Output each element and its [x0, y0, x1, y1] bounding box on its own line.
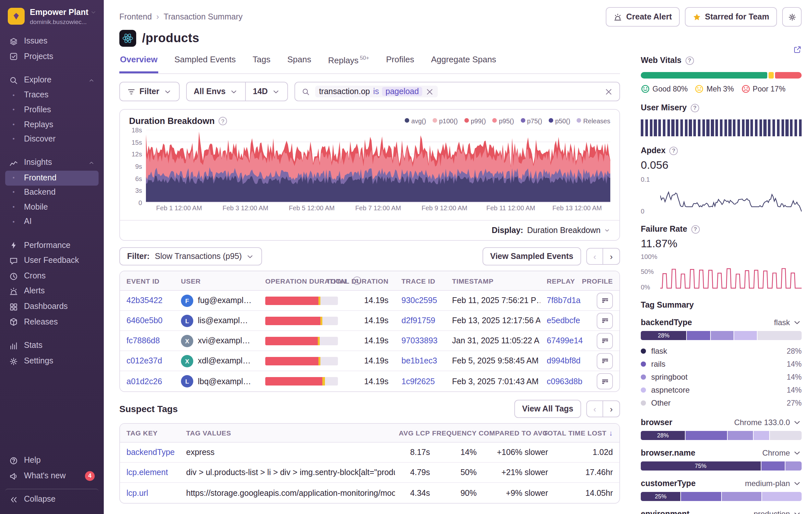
- tag-value-select[interactable]: Chrome 133.0.0: [734, 418, 802, 427]
- tag-bar-segment[interactable]: 28%: [641, 431, 685, 440]
- tag-bar-segment[interactable]: [710, 331, 733, 340]
- legend-releases[interactable]: Releases: [577, 117, 610, 125]
- tab-overview[interactable]: Overview: [119, 55, 158, 73]
- event-id-link[interactable]: a01d2c26: [126, 377, 162, 386]
- tag-bar-segment[interactable]: [770, 431, 802, 440]
- help-icon[interactable]: ?: [686, 56, 694, 64]
- legend-p75[interactable]: p75(): [520, 117, 542, 125]
- profile-button[interactable]: [597, 353, 613, 369]
- tag-bar-segment[interactable]: [754, 431, 770, 440]
- display-select[interactable]: Duration Breakdown: [527, 226, 610, 235]
- tag-value-select[interactable]: Chrome: [762, 449, 802, 458]
- tag-bar-segment[interactable]: [734, 331, 757, 340]
- legend-p95[interactable]: p95(): [492, 117, 514, 125]
- profile-button[interactable]: [597, 373, 613, 389]
- prev-page-button[interactable]: ‹: [586, 400, 603, 417]
- tag-row[interactable]: backendTypeexpress8.17s14%+106% slower1.…: [120, 442, 619, 463]
- tag-bar-segment[interactable]: [686, 431, 727, 440]
- tag-bar-segment[interactable]: [722, 492, 761, 501]
- event-id-link[interactable]: c012e37d: [126, 356, 162, 366]
- event-row[interactable]: 6460e5b0Llis@example.com14.19sd2f91759Fe…: [120, 311, 619, 331]
- sidebar-item-what-s-new[interactable]: What's new4: [5, 468, 98, 484]
- replay-link[interactable]: d994bf8d: [547, 356, 580, 366]
- search-input[interactable]: transaction.op is pageload: [294, 82, 620, 101]
- trace-id-link[interactable]: 97033893: [402, 336, 437, 345]
- clear-search-icon[interactable]: [605, 87, 613, 96]
- tab-replays[interactable]: Replays50+: [327, 55, 370, 73]
- tab-tags[interactable]: Tags: [252, 55, 271, 73]
- breadcrumb-frontend[interactable]: Frontend: [119, 12, 152, 21]
- tag-bar-segment[interactable]: 25%: [641, 492, 681, 501]
- filter-button[interactable]: Filter: [119, 82, 179, 101]
- tab-spans[interactable]: Spans: [287, 55, 312, 73]
- sidebar-item-discover[interactable]: •Discover: [5, 132, 98, 147]
- tag-key-link[interactable]: lcp.element: [126, 468, 168, 477]
- help-icon[interactable]: ?: [219, 117, 227, 125]
- tab-profiles[interactable]: Profiles: [385, 55, 415, 73]
- prev-page-button[interactable]: ‹: [586, 248, 603, 265]
- sidebar-item-explore[interactable]: Explore: [5, 73, 98, 88]
- chart-plot[interactable]: Feb 1 12:00 AMFeb 3 12:00 AMFeb 5 12:00 …: [146, 130, 610, 216]
- replay-link[interactable]: 67499e14: [547, 336, 583, 345]
- trace-id-link[interactable]: 1c9f2625: [402, 377, 435, 386]
- sidebar-item-user-feedback[interactable]: User Feedback: [5, 253, 98, 268]
- date-range-select[interactable]: 14D: [246, 82, 288, 101]
- tag-value-select[interactable]: flask: [774, 318, 802, 327]
- sidebar-item-settings[interactable]: Settings: [5, 354, 98, 369]
- tag-bar-segment[interactable]: [762, 492, 802, 501]
- help-icon[interactable]: ?: [691, 225, 699, 233]
- legend-avg[interactable]: avg(): [405, 117, 426, 125]
- next-page-button[interactable]: ›: [603, 248, 620, 265]
- profile-button[interactable]: [597, 333, 613, 349]
- tag-bar-segment[interactable]: [757, 331, 802, 340]
- view-all-tags-button[interactable]: View All Tags: [514, 400, 581, 418]
- create-alert-button[interactable]: Create Alert: [606, 7, 680, 27]
- sidebar-item-insights[interactable]: Insights: [5, 156, 98, 171]
- tag-bar-segment[interactable]: [761, 461, 785, 470]
- open-in-new-icon[interactable]: [793, 44, 802, 55]
- sidebar-item-issues[interactable]: Issues: [5, 34, 98, 49]
- transaction-filter-select[interactable]: Filter: Slow Transactions (p95): [119, 247, 262, 265]
- tab-aggregate-spans[interactable]: Aggregate Spans: [430, 55, 497, 73]
- replay-link[interactable]: c0963d8b: [547, 377, 582, 386]
- event-row[interactable]: a01d2c26Llbq@example.c…14.19s1c9f2625Feb…: [120, 371, 619, 391]
- tag-value-select[interactable]: production: [754, 510, 802, 514]
- replay-link[interactable]: 7f8b7d1a: [547, 296, 580, 305]
- sidebar-item-ai[interactable]: •AI: [5, 215, 98, 229]
- tag-bar-segment[interactable]: [786, 461, 802, 470]
- environment-select[interactable]: All Envs: [186, 82, 246, 101]
- event-row[interactable]: fc7886d8Xxvi@example.co…14.19s97033893Ja…: [120, 331, 619, 351]
- legend-p100[interactable]: p100(): [433, 117, 458, 125]
- starred-for-team-button[interactable]: Starred for Team: [685, 7, 777, 27]
- sidebar-item-performance[interactable]: Performance: [5, 238, 98, 253]
- tag-bar-segment[interactable]: [681, 492, 721, 501]
- tag-row[interactable]: lcp.elementdiv > ul.products-list > li >…: [120, 463, 619, 483]
- tag-value-select[interactable]: medium-plan: [745, 479, 802, 488]
- sidebar-item-replays[interactable]: •Replays: [5, 117, 98, 132]
- sidebar-item-traces[interactable]: •Traces: [5, 88, 98, 103]
- sidebar-item-projects[interactable]: Projects: [5, 49, 98, 64]
- event-row[interactable]: 42b35422Ffug@example.c…14.19s930c2595Feb…: [120, 291, 619, 311]
- tag-row[interactable]: lcp.urlhttps://storage.googleapis.com/ap…: [120, 483, 619, 503]
- event-id-link[interactable]: 42b35422: [126, 296, 163, 305]
- tag-bar-segment[interactable]: 75%: [641, 461, 760, 470]
- event-row[interactable]: c012e37dXxdl@example.co…14.19sbe1b1ec3Fe…: [120, 351, 619, 371]
- search-token[interactable]: transaction.op is pageload: [315, 86, 438, 97]
- sidebar-item-releases[interactable]: Releases: [5, 315, 98, 330]
- sidebar-item-stats[interactable]: Stats: [5, 339, 98, 354]
- event-id-link[interactable]: 6460e5b0: [126, 316, 163, 325]
- tag-bar-segment[interactable]: 28%: [641, 331, 687, 340]
- column-total-time-lost[interactable]: TOTAL TIME LOST↓: [554, 424, 619, 442]
- sidebar-item-frontend[interactable]: •Frontend: [5, 171, 98, 185]
- tag-key-link[interactable]: lcp.url: [126, 488, 148, 497]
- tag-key-link[interactable]: backendType: [126, 448, 175, 457]
- legend-p99[interactable]: p99(): [464, 117, 486, 125]
- profile-button[interactable]: [597, 292, 613, 308]
- org-switcher[interactable]: Empower Plant dominik.buszowiec...: [5, 6, 98, 34]
- replay-link[interactable]: e5edbcfe: [547, 316, 580, 325]
- profile-button[interactable]: [597, 313, 613, 329]
- tab-sampled-events[interactable]: Sampled Events: [174, 55, 236, 73]
- help-icon[interactable]: ?: [691, 104, 699, 112]
- event-id-link[interactable]: fc7886d8: [126, 336, 160, 345]
- remove-token-icon[interactable]: [426, 87, 434, 96]
